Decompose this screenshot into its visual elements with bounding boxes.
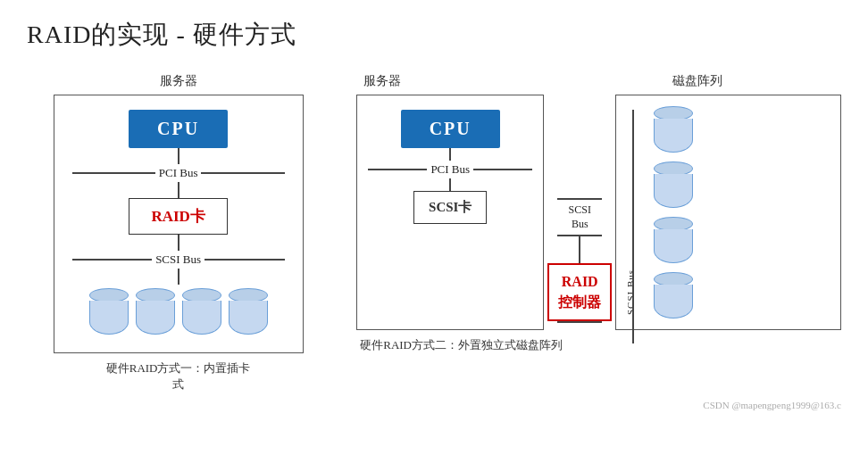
right-labels-row: 服务器 磁盘阵列: [356, 73, 841, 89]
left-pci-horiz-left: [72, 172, 155, 174]
right-disk-cyl-2: [654, 161, 693, 208]
left-scsi-vert-bottom: [178, 269, 179, 285]
left-scsi-vert-top: [178, 235, 179, 251]
left-caption: 硬件RAID方式一：内置插卡 式: [106, 360, 251, 393]
right-diagram: 服务器 磁盘阵列 CPU PCI Bus SCSI卡: [356, 73, 841, 353]
left-disk-4: [229, 288, 268, 335]
left-disk-3: [182, 288, 221, 335]
right-scsi-card: SCSI卡: [413, 191, 487, 224]
left-disk-body-3: [182, 301, 221, 335]
left-pci-vert-bottom: [178, 182, 179, 198]
scsi-bus-vert-line: [632, 110, 634, 343]
left-raid-card: RAID卡: [129, 198, 227, 235]
left-disk-cyl-2: [136, 288, 175, 335]
right-disk-2: [654, 161, 693, 208]
right-disk-4: [654, 272, 693, 318]
left-cpu-box: CPU: [129, 110, 228, 148]
left-disk-cyl-3: [182, 288, 221, 335]
left-disk-cyl-1: [89, 288, 129, 335]
right-disk-1: [654, 106, 693, 153]
watermark: CSDN @mapengpeng1999@163.c: [27, 400, 841, 410]
right-pci-vert-top: [449, 148, 451, 161]
diagrams-container: 服务器 CPU PCI Bus RAID卡 SC: [27, 73, 841, 393]
left-server-box: CPU PCI Bus RAID卡 SCSI Bus: [54, 95, 304, 353]
left-scsi-bus-label: SCSI Bus: [152, 252, 204, 267]
right-raid-controller: RAID 控制器: [547, 263, 612, 321]
right-pci-horiz-right: [473, 169, 532, 170]
horiz-conn-to-diskarray: [557, 321, 602, 323]
left-server-label: 服务器: [160, 73, 197, 89]
raid-ctrl-line2: 控制器: [558, 294, 601, 310]
left-disk-1: [89, 288, 129, 335]
right-disk-cyl-4: [654, 272, 693, 318]
right-cpu-box: CPU: [401, 110, 500, 148]
left-scsi-bus-row: SCSI Bus: [72, 252, 285, 267]
left-diagram: 服务器 CPU PCI Bus RAID卡 SC: [27, 73, 330, 393]
right-disk-3: [654, 217, 693, 263]
right-pci-vert-bottom: [449, 178, 451, 191]
right-pci-bus-row: PCI Bus: [368, 162, 532, 177]
right-diskarray-box: SCSI Bus: [615, 95, 841, 330]
right-caption: 硬件RAID方式二：外置独立式磁盘阵列: [356, 337, 563, 353]
left-scsi-horiz-right: [204, 259, 285, 261]
right-pci-bus-label: PCI Bus: [427, 162, 473, 177]
left-pci-bus-label: PCI Bus: [155, 166, 202, 180]
right-server-box: CPU PCI Bus SCSI卡: [356, 95, 544, 330]
left-pci-vert-top: [178, 148, 179, 164]
scsi-bus-middle-label: SCSIBus: [569, 203, 591, 231]
left-caption-line2: 式: [172, 377, 184, 391]
diskarray-inner: SCSI Bus: [625, 106, 831, 318]
left-pci-bus-section: PCI Bus: [72, 148, 285, 198]
right-disk-cyl-1: [654, 106, 693, 153]
right-diskarray-label: 磁盘阵列: [553, 73, 841, 89]
left-pci-horiz-right: [201, 172, 284, 174]
right-disk-body-4: [654, 285, 693, 318]
left-scsi-horiz-left: [72, 259, 153, 261]
right-disk-body-2: [654, 174, 693, 208]
left-disk-2: [136, 288, 175, 335]
left-scsi-bus-section: SCSI Bus: [72, 235, 285, 285]
right-disks-col: [654, 106, 693, 318]
right-disk-body-1: [654, 119, 693, 153]
page-title: RAID的实现 - 硬件方式: [27, 18, 841, 52]
left-disk-body-1: [89, 301, 129, 335]
right-disk-cyl-3: [654, 217, 693, 263]
vert-conn-to-raid: [579, 236, 580, 263]
right-pci-bus-section: PCI Bus: [368, 148, 532, 191]
left-disk-body-2: [136, 301, 175, 335]
middle-section: SCSIBus RAID 控制器: [544, 95, 615, 330]
right-disk-body-3: [654, 229, 693, 263]
left-disk-body-4: [229, 301, 268, 335]
right-server-label: 服务器: [356, 73, 553, 89]
left-caption-line1: 硬件RAID方式一：内置插卡: [106, 361, 251, 375]
left-disks-row: [89, 288, 268, 335]
left-pci-bus-row: PCI Bus: [72, 166, 285, 180]
raid-ctrl-line1: RAID: [562, 274, 598, 289]
left-disk-cyl-4: [229, 288, 268, 335]
right-pci-horiz-left: [368, 169, 427, 170]
right-main-row: CPU PCI Bus SCSI卡 SCSIBus: [356, 95, 841, 330]
scsi-bus-vert-section: SCSI Bus: [625, 106, 636, 318]
horiz-conn-line: [557, 198, 602, 200]
scsi-bus-vert-label: SCSI Bus: [625, 110, 636, 315]
